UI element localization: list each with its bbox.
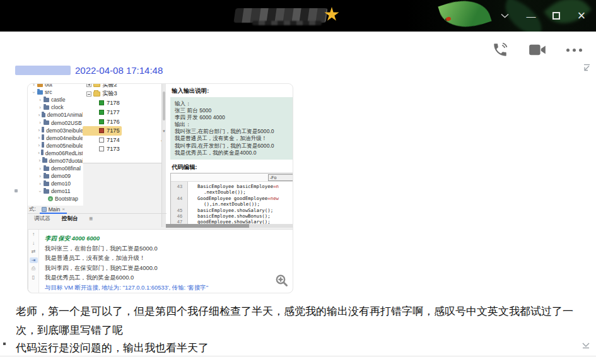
folder-icon — [44, 98, 49, 102]
editor-body[interactable]: 43BasicEmployee basicEmployee=n .nextDou… — [171, 182, 293, 226]
debug-bar-label-partial: 式: — [29, 206, 36, 213]
folder-icon — [42, 128, 45, 132]
console-output-line: 我叫张三，在前台部门，我的工资是5000.0 — [45, 244, 290, 254]
message-meta: 2022-04-08 17:14:48 — [15, 65, 163, 76]
message-timestamp: 2022-04-08 17:14:48 — [75, 65, 163, 76]
run-tab-main[interactable]: Main × — [40, 205, 67, 214]
clear-console-icon[interactable]: ▯ — [30, 274, 38, 280]
debug-tool-tabs: 调试器 控制台 ≡ — [28, 214, 167, 223]
folder-open-icon — [93, 91, 100, 97]
status-pass-icon — [99, 100, 104, 105]
chevron-right-icon: › — [38, 173, 42, 179]
problem-item[interactable]: 7173 — [83, 144, 165, 154]
problem-item[interactable]: 7178 — [83, 98, 165, 108]
titlebar-chevron-down-icon[interactable] — [494, 0, 515, 32]
soft-wrap-icon[interactable]: ⇄ — [30, 249, 38, 254]
console-output-line: 我叫李四，在保安部门，我的工资是4000.0 — [45, 263, 290, 273]
tree-item[interactable]: ›clock — [28, 103, 83, 111]
minimize-button[interactable]: — — [520, 0, 542, 32]
arrow-down-icon[interactable]: ↓ — [30, 240, 38, 246]
tree-item[interactable]: ›demo11 — [28, 187, 83, 195]
problem-item-selected[interactable]: 7175 — [83, 126, 122, 136]
folder-icon — [93, 84, 100, 87]
status-fail-icon — [99, 128, 104, 133]
folder-icon — [42, 158, 47, 163]
arrow-up-icon[interactable]: ↑ — [30, 232, 38, 237]
tree-item[interactable]: ›demo08final — [28, 165, 83, 172]
font-dropdown[interactable]: -Fo — [268, 174, 293, 181]
console-output: 李四 保安 4000 6000 我叫张三，在前台部门，我的工资是5000.0 我… — [45, 233, 290, 293]
tree-item[interactable]: ›demo06RedList — [28, 150, 83, 157]
horizontal-scrollbar[interactable] — [166, 224, 293, 228]
io-line: 输出： — [175, 121, 289, 128]
tree-item[interactable]: ›demo05neibule — [28, 142, 83, 150]
scroll-to-end-icon[interactable]: ⇥ — [30, 257, 38, 263]
tree-item[interactable]: ›demo09 — [28, 172, 83, 180]
window-title-redacted — [252, 21, 322, 25]
folder-icon — [44, 182, 49, 186]
tree-item[interactable]: ›demo04neibule — [28, 134, 83, 142]
chat-message: 代码运行是没问题的，输出我也看半天了 — [16, 339, 588, 358]
video-call-icon[interactable] — [529, 43, 546, 57]
problem-group[interactable]: 实验2 — [83, 84, 165, 90]
chevron-right-icon: › — [38, 181, 42, 187]
debug-tab-bar: 式: Main × — [28, 205, 167, 214]
problem-item[interactable]: 7174 — [83, 136, 165, 145]
maximize-button[interactable] — [546, 0, 567, 32]
problem-group[interactable]: 实验3 — [83, 90, 165, 99]
print-icon[interactable]: ⎙ — [30, 266, 38, 271]
console-output-line: 我是优秀员工，我的奖金是6000.0 — [45, 273, 290, 283]
folder-icon — [42, 136, 45, 140]
input-area-divider — [0, 356, 596, 356]
tree-item[interactable]: ›castle — [28, 96, 83, 103]
tree-item[interactable]: ›demo02USB — [28, 119, 83, 126]
chevron-right-icon: › — [38, 166, 42, 172]
sender-name-redacted — [15, 66, 71, 75]
tab-debugger[interactable]: 调试器 — [34, 215, 50, 223]
chevron-right-icon: › — [38, 97, 42, 103]
tree-item[interactable]: ›demo07duotai — [28, 157, 83, 165]
image-zoom-icon[interactable] — [275, 274, 289, 290]
close-button[interactable]: × — [571, 0, 592, 32]
io-line: 我是普通员工，没有奖金，加油升级！ — [175, 135, 289, 142]
scrollbar-handle[interactable] — [163, 91, 165, 120]
folder-icon — [44, 120, 49, 125]
ide-project-tree: ›out ›src ›castle ›clock ›demo01Animal ›… — [28, 84, 83, 206]
code-line: 45basicEmployee.showSalary(); — [171, 208, 293, 213]
code-editor[interactable]: -Fo 43BasicEmployee basicEmployee=n .nex… — [170, 173, 293, 226]
maximize-icon — [552, 12, 560, 20]
tree-item[interactable]: ›demo03neibule — [28, 127, 83, 134]
folder-icon — [44, 167, 49, 171]
collapse-chat-icon[interactable] — [582, 63, 591, 74]
close-tab-icon[interactable]: × — [62, 206, 65, 212]
folder-icon — [44, 105, 49, 110]
run-config-icon — [42, 207, 47, 212]
chevron-right-icon: › — [38, 158, 41, 163]
hamburger-menu-icon[interactable]: ≡ — [90, 215, 93, 222]
chevron-right-icon: › — [38, 150, 40, 156]
collapse-minus-icon[interactable] — [86, 91, 91, 97]
tree-item[interactable]: ›demo10 — [28, 180, 83, 187]
tree-item[interactable]: ›src — [28, 88, 83, 96]
tab-console[interactable]: 控制台 — [62, 215, 78, 223]
scrollbar-handle[interactable] — [166, 224, 249, 228]
code-line: 44GoodEmployee goodEmployee=new — [171, 196, 293, 201]
tree-item[interactable]: ›demo01Animal — [28, 111, 83, 119]
more-options-icon[interactable] — [566, 49, 582, 52]
tree-item[interactable]: ›out — [28, 84, 83, 88]
console-toolbar: ↑ ↓ ⇄ ⇥ ⎙ ▯ — [28, 230, 39, 293]
problem-item[interactable]: 7176 — [83, 117, 165, 126]
io-line: 我叫张三,在前台部门，我的工资是5000.0 — [175, 128, 289, 135]
chat-image-message[interactable]: ›out ›src ›castle ›clock ›demo01Animal ›… — [27, 83, 293, 293]
status-pass-icon — [99, 110, 104, 115]
tree-item[interactable]: cBootstrap — [28, 195, 83, 203]
chat-header-actions — [492, 42, 582, 58]
problem-item[interactable]: 7177 — [83, 108, 165, 117]
status-todo-icon — [99, 138, 104, 143]
expand-plus-icon[interactable] — [86, 84, 91, 87]
voice-call-icon[interactable] — [492, 42, 508, 58]
io-line: 我叫李四,在开发部门，我的工资是6000.0 — [175, 143, 289, 150]
editor-heading: 代码编辑: — [172, 163, 197, 172]
code-line: .nextDouble()); — [171, 189, 293, 195]
scroll-to-bottom-icon[interactable] — [581, 341, 591, 353]
